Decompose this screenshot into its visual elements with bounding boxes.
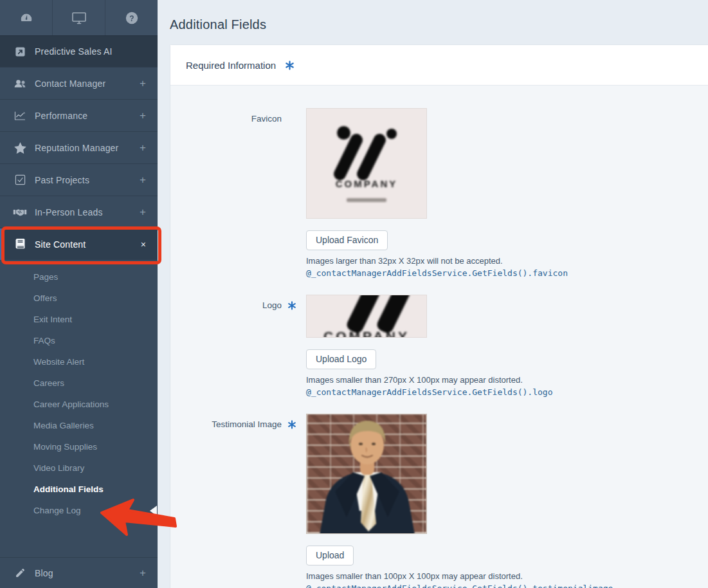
submenu-item-change-log[interactable]: Change Log (0, 500, 158, 521)
sidebar-item-label: Past Projects (35, 175, 140, 185)
sidebar-item-label: Performance (35, 111, 140, 121)
check-square-icon (13, 174, 27, 185)
sidebar-item-label: Blog (35, 568, 140, 578)
testimonial-help-text: Images smaller than 100px X 100px may ap… (306, 571, 613, 581)
expand-plus-icon[interactable]: + (140, 77, 146, 90)
book-icon (13, 239, 27, 250)
logo-help-text: Images smaller than 270px X 100px may ap… (306, 375, 553, 385)
required-asterisk-icon (285, 60, 295, 70)
sidebar-item-site-content[interactable]: Site Content × (0, 228, 158, 260)
testimonial-preview-image (306, 414, 427, 534)
desktop-nav-button[interactable] (53, 0, 105, 35)
required-asterisk-icon (287, 420, 296, 429)
sidebar-item-label: Predictive Sales AI (35, 46, 146, 57)
logo-preview-text: COMPANY (307, 329, 426, 338)
person-portrait (307, 414, 427, 534)
sidebar-item-predictive-sales-ai[interactable]: Predictive Sales AI (0, 35, 158, 67)
sidebar-item-past-projects[interactable]: Past Projects + (0, 163, 158, 196)
sidebar-item-label: Site Content (35, 239, 141, 250)
chart-line-icon (13, 111, 27, 121)
logo-code-snippet: @_contactManagerAddFieldsService.GetFiel… (306, 387, 553, 397)
dashboard-nav-button[interactable] (0, 0, 53, 35)
testimonial-label-cell: Testimonial Image (170, 414, 296, 588)
logo-preview-image: COMPANY (306, 295, 427, 338)
favicon-control-cell: COMPANY Upload Favicon Images larger tha… (296, 108, 568, 278)
dashboard-icon (19, 11, 33, 25)
sidebar-topbar: ? (0, 0, 158, 35)
submenu-item-pages[interactable]: Pages (0, 266, 158, 288)
external-link-square-icon (13, 46, 27, 57)
submenu-item-additional-fields[interactable]: Additional Fields (0, 479, 158, 500)
sidebar-item-contact-manager[interactable]: Contact Manager + (0, 67, 158, 99)
active-submenu-caret (150, 506, 157, 516)
testimonial-code-snippet: @_contactManagerAddFieldsService.GetFiel… (306, 583, 613, 588)
logo-label-cell: Logo (170, 295, 296, 397)
submenu-item-exit-intent[interactable]: Exit Intent (0, 309, 158, 330)
expand-plus-icon[interactable]: + (140, 206, 146, 219)
page-title: Additional Fields (158, 0, 708, 32)
favicon-preview-text: COMPANY (307, 178, 426, 189)
testimonial-field-row: Testimonial Image (170, 414, 708, 588)
favicon-label-cell: Favicon (170, 108, 296, 278)
active-item-indicator (0, 228, 3, 260)
favicon-help-text: Images larger than 32px X 32px will not … (306, 256, 568, 266)
submenu-item-video-library[interactable]: Video Library (0, 457, 158, 479)
pencil-icon (13, 567, 27, 578)
required-asterisk-icon (287, 301, 296, 310)
logo-field-row: Logo COMPANY Upload (170, 295, 708, 397)
desktop-icon (71, 11, 87, 25)
expand-plus-icon[interactable]: + (140, 567, 146, 580)
sidebar-item-label: In-Person Leads (35, 207, 140, 217)
favicon-field-row: Favicon COMPANY (170, 108, 708, 278)
testimonial-control-cell: Upload Images smaller than 100px X 100px… (296, 414, 613, 588)
users-icon (13, 78, 27, 89)
favicon-preview-image: COMPANY (306, 108, 427, 219)
favicon-label: Favicon (251, 114, 282, 124)
submenu-item-media-galleries[interactable]: Media Galleries (0, 415, 158, 436)
sidebar: ? Predictive Sales AI (0, 0, 158, 588)
card-header-title: Required Information (186, 60, 276, 71)
expand-plus-icon[interactable]: + (140, 142, 146, 154)
submenu-item-offers[interactable]: Offers (0, 288, 158, 309)
sidebar-item-label: Reputation Manager (35, 143, 140, 153)
sidebar-item-performance[interactable]: Performance + (0, 99, 158, 131)
upload-logo-button[interactable]: Upload Logo (306, 349, 376, 369)
sidebar-item-label: Contact Manager (35, 78, 140, 89)
testimonial-label: Testimonial Image (212, 419, 282, 429)
app-window: ? Predictive Sales AI (0, 0, 708, 588)
star-icon (13, 142, 27, 154)
expand-plus-icon[interactable]: + (140, 174, 146, 187)
help-icon: ? (125, 11, 139, 25)
submenu-item-careers[interactable]: Careers (0, 372, 158, 394)
submenu-item-moving-supplies[interactable]: Moving Supplies (0, 436, 158, 457)
required-information-card: Required Information Favicon (170, 44, 708, 588)
submenu-item-website-alert[interactable]: Website Alert (0, 351, 158, 372)
submenu-item-faqs[interactable]: FAQs (0, 330, 158, 351)
svg-text:?: ? (129, 14, 134, 23)
help-nav-button[interactable]: ? (105, 0, 158, 35)
submenu-item-career-applications[interactable]: Career Applications (0, 394, 158, 415)
site-content-submenu: Pages Offers Exit Intent FAQs Website Al… (0, 260, 158, 530)
logo-label: Logo (262, 300, 282, 310)
logo-control-cell: COMPANY Upload Logo Images smaller than … (296, 295, 553, 397)
favicon-code-snippet: @_contactManagerAddFieldsService.GetFiel… (306, 268, 568, 278)
sidebar-item-reputation-manager[interactable]: Reputation Manager + (0, 131, 158, 163)
card-body: Favicon COMPANY (170, 86, 708, 588)
upload-favicon-button[interactable]: Upload Favicon (306, 230, 388, 250)
sidebar-item-in-person-leads[interactable]: In-Person Leads + (0, 196, 158, 228)
upload-testimonial-button[interactable]: Upload (306, 546, 354, 565)
main-content: Additional Fields Required Information F… (158, 0, 708, 588)
collapse-x-icon[interactable]: × (141, 239, 146, 250)
handshake-icon (13, 208, 27, 217)
card-header: Required Information (170, 45, 708, 86)
expand-plus-icon[interactable]: + (140, 109, 146, 122)
sidebar-item-blog[interactable]: Blog + (0, 557, 158, 588)
